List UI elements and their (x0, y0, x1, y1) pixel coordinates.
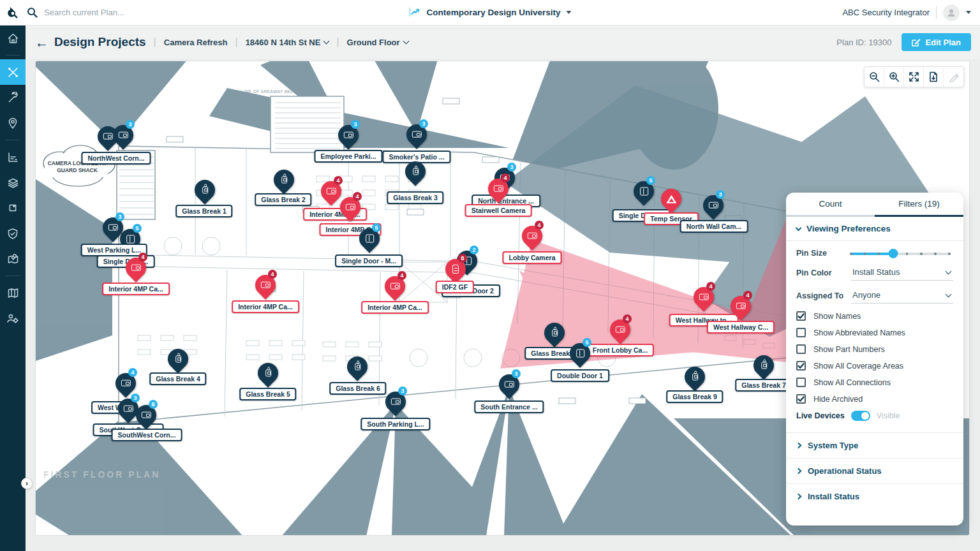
device-label[interactable]: West Parking L... (81, 244, 147, 256)
accordion-install-status[interactable]: Install Status (786, 483, 963, 509)
sidebar-item-reports[interactable] (0, 144, 26, 170)
checkbox[interactable] (796, 361, 806, 371)
accordion-operational-status[interactable]: Operational Status (786, 458, 963, 483)
slider-thumb[interactable] (889, 249, 898, 258)
device-count-badge: 5 (583, 338, 591, 347)
device-label[interactable]: Interior 4MP Ca... (361, 301, 429, 314)
project-name[interactable]: Camera Refresh (164, 38, 228, 47)
device-label[interactable]: Front Lobby Ca... (586, 344, 654, 356)
device-label[interactable]: IDF2 GF (436, 281, 474, 293)
viewing-preferences-header[interactable]: Viewing Preferences (786, 217, 963, 241)
left-sidebar (0, 26, 26, 551)
tab-count[interactable]: Count (786, 193, 875, 217)
device-label[interactable]: Glass Break 4 (149, 372, 206, 385)
edit-plan-button[interactable]: Edit Plan (902, 33, 971, 51)
device-label[interactable]: Single Door - M... (335, 254, 403, 267)
sidebar-item-design[interactable] (0, 59, 26, 85)
device-label[interactable]: Employee Parki... (315, 150, 383, 163)
accordion-system-type[interactable]: System Type (786, 432, 963, 458)
device-label[interactable]: Double Door 1 (551, 369, 609, 382)
device-label[interactable]: South Entrance ... (474, 400, 544, 413)
tab-filters[interactable]: Filters (19) (875, 193, 963, 217)
chevron-down-icon[interactable] (966, 11, 971, 14)
app-logo-icon[interactable] (0, 6, 26, 20)
camera-icon (391, 399, 401, 405)
live-devices-state: Visible (877, 411, 900, 420)
device-label[interactable]: NorthWest Corn... (81, 152, 151, 165)
chevron-down-icon (323, 38, 330, 45)
checkbox-label: Show All Connections (813, 378, 891, 387)
device-label[interactable]: SouthWest Corn... (112, 429, 182, 441)
export-document-button[interactable] (924, 67, 944, 87)
sidebar-item-site-map[interactable] (0, 246, 26, 272)
device-label[interactable]: Glass Break 1 (175, 205, 232, 217)
divider (6, 276, 20, 276)
pin-color-select[interactable]: Install Status (851, 265, 953, 281)
pin-color-label: Pin Color (796, 268, 851, 277)
device-label[interactable]: Glass Break 5 (239, 388, 296, 400)
checkbox-row[interactable]: Show All Connections (796, 378, 953, 387)
sidebar-item-tools[interactable] (0, 85, 26, 110)
device-count-badge: 4 (128, 368, 137, 377)
annotate-button[interactable] (944, 67, 963, 87)
org-selector[interactable]: Contemporary Design University (408, 7, 571, 18)
checkbox[interactable] (796, 328, 806, 337)
pin-size-slider[interactable] (851, 249, 949, 258)
sidebar-item-home[interactable] (0, 26, 26, 51)
checkbox[interactable] (796, 394, 806, 404)
device-label[interactable]: Glass Break 6 (329, 382, 386, 395)
checkbox-row[interactable]: Hide Archived (796, 394, 953, 404)
sidebar-item-compliance[interactable] (0, 221, 26, 246)
device-label[interactable]: Lobby Camera (503, 251, 562, 264)
chevron-down-icon (946, 268, 952, 274)
camera-icon (108, 224, 118, 231)
checkbox[interactable] (796, 311, 806, 321)
checkbox-row[interactable]: Show All Coverage Areas (796, 361, 953, 371)
device-label[interactable]: Stairwell Camera (465, 204, 532, 217)
floor-selector[interactable]: Ground Floor (347, 38, 408, 47)
camera-icon (616, 327, 625, 333)
rack-icon (452, 265, 459, 274)
panel-expander-button[interactable]: › (21, 478, 33, 489)
sensor-icon (666, 195, 676, 203)
zoom-out-button[interactable] (865, 67, 884, 87)
device-label[interactable]: South Parking L... (360, 418, 430, 430)
assigned-to-select[interactable]: Anyone (851, 288, 953, 304)
sidebar-item-locations[interactable] (0, 110, 26, 136)
checkbox-label: Show Names (813, 312, 861, 321)
search-input[interactable] (44, 8, 261, 17)
live-devices-toggle[interactable] (851, 411, 870, 421)
camera-icon (699, 294, 709, 300)
device-label[interactable]: Glass Break 7 (735, 379, 792, 392)
org-name: Contemporary Design University (426, 8, 560, 17)
sidebar-item-tags[interactable] (0, 195, 26, 221)
device-count-badge: 3 (507, 163, 516, 172)
back-arrow-icon[interactable]: ← (35, 36, 48, 49)
checkbox[interactable] (796, 344, 806, 354)
device-label[interactable]: Interior 4MP Ca... (232, 300, 299, 313)
sidebar-item-layers[interactable] (0, 170, 26, 195)
checkbox[interactable] (796, 378, 806, 387)
device-count-badge: 3 (115, 212, 124, 221)
design-tools-icon (7, 66, 19, 78)
checkbox-row[interactable]: Show Names (796, 311, 953, 321)
device-label[interactable]: Interior 4MP Ca... (102, 283, 170, 295)
edit-icon (912, 38, 921, 47)
checkbox-row[interactable]: Show Part Numbers (796, 344, 953, 354)
device-label[interactable]: Glass Break 3 (387, 191, 443, 204)
device-count-badge: 3 (131, 393, 140, 402)
device-label[interactable]: Glass Break 2 (255, 193, 311, 206)
device-label[interactable]: Glass Break 9 (666, 390, 723, 403)
sidebar-item-plans[interactable] (0, 280, 26, 305)
fit-screen-button[interactable] (904, 67, 924, 87)
avatar[interactable] (943, 4, 960, 21)
camera-icon (327, 188, 336, 195)
device-label[interactable]: North Wall Cam... (680, 220, 748, 233)
door-icon (576, 349, 584, 358)
site-selector[interactable]: 18460 N 14th St NE (246, 38, 329, 47)
device-label[interactable]: West Hallway C... (707, 321, 775, 334)
checkbox-row[interactable]: Show Abbreviated Names (796, 328, 953, 337)
sidebar-item-team[interactable] (0, 305, 26, 331)
device-count-badge: 4 (353, 192, 362, 201)
zoom-in-button[interactable] (884, 67, 904, 87)
